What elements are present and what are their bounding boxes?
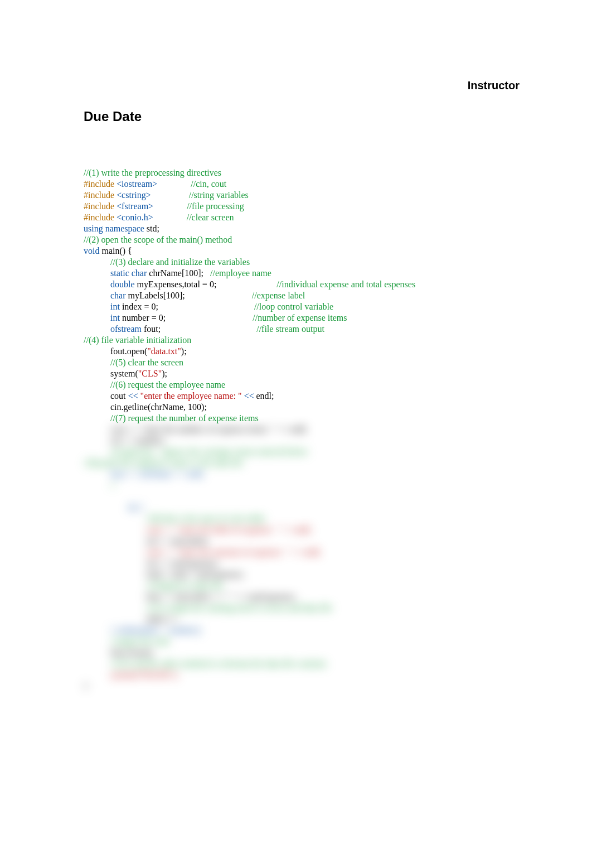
fout-open-str: "data.txt"	[147, 346, 181, 356]
comment-loop: //loop control variable	[254, 302, 333, 311]
due-date-label: Due Date	[84, 109, 142, 124]
ofstream-kw: ofstream	[110, 324, 142, 334]
comment-string: //string variables	[189, 190, 249, 200]
int-kw: int	[110, 302, 120, 311]
comment-clear: //clear screen	[187, 213, 234, 222]
comment-file: //file processing	[187, 201, 244, 211]
comment-num: //number of expense items	[253, 313, 347, 322]
index-decl: index = 0;	[120, 302, 158, 311]
header-conio: <conio.h>	[117, 213, 153, 222]
std: std;	[147, 224, 159, 233]
comment-stream: //file stream output	[256, 324, 324, 334]
comment-ind: //individual expense and total espenses	[276, 279, 415, 289]
using-kw: using namespace	[84, 224, 144, 233]
comment-6: //(6) request the employee name	[110, 380, 225, 389]
comment-emp: //employee name	[210, 268, 271, 278]
main-sig: main() {	[101, 246, 132, 255]
include-kw: #include	[84, 179, 114, 189]
instructor-label: Instructor	[468, 79, 520, 92]
header-fstream: <fstream>	[117, 201, 153, 211]
lt-op2: <<	[241, 391, 254, 401]
char-kw: char	[110, 291, 126, 300]
int-kw: int	[110, 313, 120, 322]
double-kw: double	[110, 279, 135, 289]
fout-decl: fout;	[142, 324, 161, 334]
comment-7: //(7) request the number of expense item…	[110, 413, 259, 423]
getline: cin.getline(chrName, 100);	[110, 402, 207, 412]
comment-5: //(5) clear the screen	[110, 358, 183, 367]
comment-1: //(1) write the preprocessing directives	[84, 168, 221, 177]
chrname-decl: chrName[100];	[147, 268, 210, 278]
include-kw: #include	[84, 213, 114, 222]
header-cstring: <cstring>	[117, 190, 151, 200]
fout-open-a: fout.open(	[110, 346, 147, 356]
comment-cin: //cin, cout	[191, 179, 226, 189]
comment-4: //(4) file variable initialization	[84, 335, 191, 345]
fout-open-c: );	[181, 346, 187, 356]
code-block: //(1) write the preprocessing directives…	[84, 156, 415, 692]
page: Instructor Due Date //(1) write the prep…	[0, 0, 592, 868]
comment-2: //(2) open the scope of the main() metho…	[84, 235, 232, 244]
void-kw: void	[84, 246, 99, 255]
cout-kw: cout	[110, 391, 126, 401]
str-emp: "enter the employee name: "	[140, 391, 242, 401]
endl: endl;	[256, 391, 274, 401]
include-kw: #include	[84, 201, 114, 211]
lt-op: <<	[126, 391, 140, 401]
number-decl: number = 0;	[120, 313, 166, 322]
system-a: system(	[110, 369, 138, 378]
header-iostream: <iostream>	[117, 179, 157, 189]
comment-label: //expense label	[252, 291, 305, 300]
system-str: "CLS"	[138, 369, 162, 378]
static-char-kw: static char	[110, 268, 147, 278]
blurred-region: cout << "enter the number of expense ite…	[84, 425, 332, 691]
system-c: );	[162, 369, 167, 378]
include-kw: #include	[84, 190, 114, 200]
comment-3: //(3) declare and initialize the variabl…	[110, 257, 250, 267]
myexp-decl: myExpenses,total = 0;	[135, 279, 217, 289]
labels-decl: myLabels[100];	[126, 291, 185, 300]
